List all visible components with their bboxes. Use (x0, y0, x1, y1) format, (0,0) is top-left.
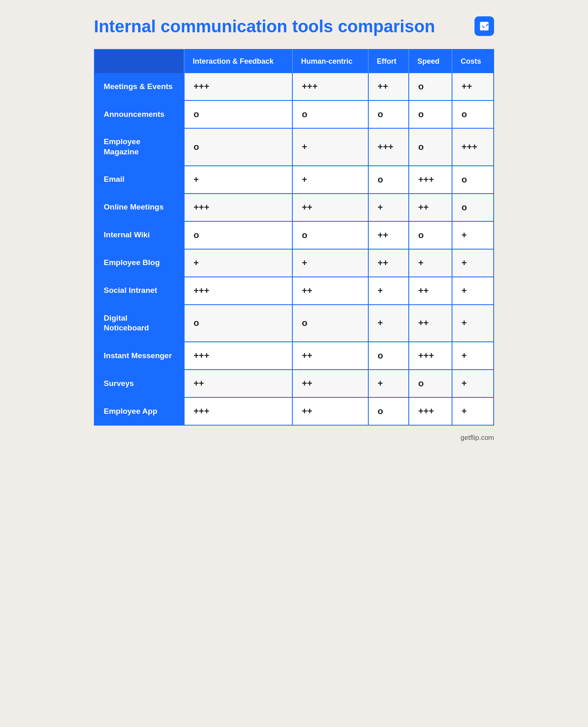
cell-speed: +++ (409, 342, 452, 370)
cell-effort: o (368, 166, 409, 194)
cell-effort: + (368, 370, 409, 397)
table-header-row: Interaction & Feedback Human-centric Eff… (94, 49, 494, 73)
cell-tool-name: Social Intranet (94, 277, 184, 305)
comparison-table: Interaction & Feedback Human-centric Eff… (94, 49, 494, 426)
cell-effort: + (368, 277, 409, 305)
cell-tool-name: Instant Messenger (94, 342, 184, 370)
cell-human: ++ (292, 277, 368, 305)
cell-human: o (292, 305, 368, 342)
cell-costs: o (452, 166, 494, 194)
table-row: Meetings & Events++++++++o++ (94, 73, 494, 100)
cell-costs: + (452, 370, 494, 397)
cell-tool-name: Meetings & Events (94, 73, 184, 100)
cell-speed: + (409, 249, 452, 277)
cell-speed: o (409, 128, 452, 165)
cell-costs: o (452, 194, 494, 221)
cell-interaction: + (184, 166, 292, 194)
cell-tool-name: Digital Noticeboard (94, 305, 184, 342)
cell-effort: + (368, 194, 409, 221)
cell-effort: +++ (368, 128, 409, 165)
cell-human: o (292, 100, 368, 128)
cell-costs: +++ (452, 128, 494, 165)
cell-human: ++ (292, 342, 368, 370)
cell-costs: + (452, 221, 494, 249)
cell-interaction: +++ (184, 342, 292, 370)
cell-effort: + (368, 305, 409, 342)
cell-costs: + (452, 342, 494, 370)
cell-human: ++ (292, 194, 368, 221)
table-row: Internal Wikioo++o+ (94, 221, 494, 249)
page-container: Internal communication tools comparison … (94, 16, 494, 442)
cell-effort: o (368, 397, 409, 425)
cell-interaction: +++ (184, 397, 292, 425)
cell-costs: + (452, 305, 494, 342)
cell-interaction: +++ (184, 194, 292, 221)
table-row: Employee App+++++o++++ (94, 397, 494, 425)
cell-costs: + (452, 397, 494, 425)
table-row: Social Intranet+++++++++ (94, 277, 494, 305)
cell-interaction: + (184, 249, 292, 277)
cell-tool-name: Email (94, 166, 184, 194)
cell-speed: o (409, 370, 452, 397)
cell-speed: +++ (409, 397, 452, 425)
cell-effort: ++ (368, 73, 409, 100)
cell-tool-name: Employee Magazine (94, 128, 184, 165)
col-header-costs: Costs (452, 49, 494, 73)
cell-interaction: o (184, 305, 292, 342)
cell-speed: ++ (409, 305, 452, 342)
cell-speed: o (409, 221, 452, 249)
table-row: Digital Noticeboardoo++++ (94, 305, 494, 342)
cell-human: + (292, 166, 368, 194)
table-row: Employee Magazineo++++o+++ (94, 128, 494, 165)
cell-costs: + (452, 277, 494, 305)
col-header-effort: Effort (368, 49, 409, 73)
table-row: Online Meetings++++++++o (94, 194, 494, 221)
cell-human: ++ (292, 397, 368, 425)
cell-effort: o (368, 100, 409, 128)
cell-human: ++ (292, 370, 368, 397)
table-row: Employee Blog++++++ (94, 249, 494, 277)
col-header-tool (94, 49, 184, 73)
cell-interaction: +++ (184, 277, 292, 305)
col-header-human: Human-centric (292, 49, 368, 73)
cell-human: + (292, 128, 368, 165)
col-header-interaction: Interaction & Feedback (184, 49, 292, 73)
cell-effort: ++ (368, 249, 409, 277)
cell-effort: o (368, 342, 409, 370)
table-row: Instant Messenger+++++o++++ (94, 342, 494, 370)
cell-speed: +++ (409, 166, 452, 194)
cell-tool-name: Employee App (94, 397, 184, 425)
cell-speed: ++ (409, 277, 452, 305)
cell-tool-name: Online Meetings (94, 194, 184, 221)
cell-human: + (292, 249, 368, 277)
table-row: Surveys+++++o+ (94, 370, 494, 397)
footer-url: getflip.com (94, 434, 494, 442)
cell-effort: ++ (368, 221, 409, 249)
cell-tool-name: Internal Wiki (94, 221, 184, 249)
brand-logo (474, 16, 494, 36)
cell-interaction: o (184, 100, 292, 128)
cell-human: o (292, 221, 368, 249)
cell-human: +++ (292, 73, 368, 100)
cell-speed: ++ (409, 194, 452, 221)
col-header-speed: Speed (409, 49, 452, 73)
table-row: Announcementsooooo (94, 100, 494, 128)
cell-tool-name: Announcements (94, 100, 184, 128)
table-row: Email++o+++o (94, 166, 494, 194)
cell-costs: ++ (452, 73, 494, 100)
cell-interaction: +++ (184, 73, 292, 100)
cell-speed: o (409, 73, 452, 100)
cell-interaction: o (184, 221, 292, 249)
cell-interaction: o (184, 128, 292, 165)
cell-speed: o (409, 100, 452, 128)
cell-tool-name: Employee Blog (94, 249, 184, 277)
cell-tool-name: Surveys (94, 370, 184, 397)
cell-costs: + (452, 249, 494, 277)
page-title: Internal communication tools comparison (94, 16, 494, 37)
cell-interaction: ++ (184, 370, 292, 397)
cell-costs: o (452, 100, 494, 128)
